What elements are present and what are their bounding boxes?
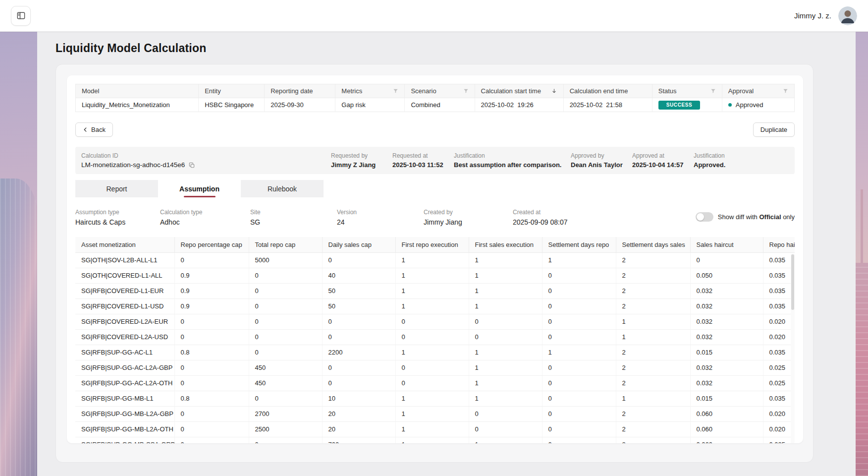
tab-report[interactable]: Report — [75, 180, 158, 197]
value-cell: 1 — [469, 391, 542, 406]
scrollbar-thumb[interactable] — [791, 254, 794, 310]
value-cell: 0.020 — [763, 314, 795, 329]
value-cell: 0.032 — [690, 329, 763, 345]
value-cell: 1 — [395, 252, 469, 268]
assumption-table-row: SG|RFB|COVERED-L1-EUR0.905011020.0320.03… — [75, 283, 795, 298]
value-cell: 1 — [469, 437, 542, 443]
filter-icon[interactable] — [710, 88, 716, 94]
col-first-sales-execution: First sales execution — [469, 237, 542, 252]
col-entity: Entity — [199, 84, 265, 98]
value-cell: 1 — [542, 345, 616, 360]
col-total-repo-cap: Total repo cap — [249, 237, 322, 252]
value-cell: 0.035 — [763, 391, 795, 406]
filter-icon[interactable] — [463, 88, 469, 94]
value-cell: 40 — [322, 268, 395, 283]
main-content: Liquidity Model Calculation Model Entity… — [37, 32, 856, 476]
calculation-info-bar: Calculation ID LM-monetization-sg-adhoc-… — [75, 147, 795, 174]
show-diff-toggle[interactable] — [696, 212, 713, 222]
value-cell: 0.032 — [690, 360, 763, 375]
value-cell: 0 — [249, 298, 322, 314]
value-cell: 0.8 — [174, 345, 249, 360]
asset-monetization-cell: SG|RFB|SUP-GG-AC-L1 — [75, 345, 174, 360]
approval-text: Approved — [736, 101, 763, 109]
approval-justification-block: Justification Approved. — [694, 152, 789, 169]
value-cell: 0.035 — [763, 268, 795, 283]
value-cell: 0.015 — [690, 345, 763, 360]
tab-bar: Report Assumption Rulebook — [75, 180, 324, 197]
value-cell: 50 — [322, 298, 395, 314]
value-cell: 1 — [395, 391, 469, 406]
value-cell: 450 — [249, 375, 322, 391]
summary-data-row: Liquidity_Metrics_Monetization HSBC Sing… — [76, 98, 795, 112]
calculation-id-value: LM-monetization-sg-adhoc-d145e6 — [81, 161, 185, 169]
value-cell: 1 — [395, 406, 469, 421]
value-cell: 0 — [174, 437, 249, 443]
assumption-table-row: SG|RFB|SUP-GG-MB-L2A-GBP027002010020.060… — [75, 406, 795, 421]
value-cell: 2 — [616, 283, 690, 298]
value-cell: 2 — [616, 437, 690, 443]
col-calc-end-time: Calculation end time — [563, 84, 652, 98]
sidebar-toggle-button[interactable] — [11, 6, 31, 26]
value-cell: 0 — [322, 314, 395, 329]
asset-monetization-cell: SG|OTH|COVERED-L1-ALL — [75, 268, 174, 283]
filter-icon[interactable] — [393, 88, 398, 94]
value-cell: 1 — [395, 268, 469, 283]
value-cell: 0 — [249, 391, 322, 406]
tab-rulebook[interactable]: Rulebook — [241, 180, 324, 197]
filter-icon[interactable] — [783, 88, 788, 94]
value-cell: 0 — [249, 329, 322, 345]
calculation-panel: Model Entity Reporting date Metrics Scen… — [55, 64, 814, 463]
calculation-id-block: Calculation ID LM-monetization-sg-adhoc-… — [81, 152, 331, 169]
request-justification-block: Justification Best assumption after comp… — [454, 152, 571, 169]
value-cell: 0 — [174, 421, 249, 437]
col-repo-haircut: Repo haircut — [763, 237, 795, 252]
value-cell: 0 — [249, 437, 322, 443]
approval-dot-icon — [728, 103, 732, 107]
value-cell: 5000 — [249, 252, 322, 268]
value-cell: 1 — [616, 314, 690, 329]
value-cell: 0 — [469, 421, 542, 437]
value-cell: 2 — [616, 406, 690, 421]
back-button[interactable]: Back — [75, 122, 113, 137]
value-cell: 0 — [395, 360, 469, 375]
value-cell: 2500 — [249, 421, 322, 437]
background-canton-tower — [855, 263, 868, 476]
value-cell: 0.9 — [174, 298, 249, 314]
tab-assumption[interactable]: Assumption — [158, 180, 241, 197]
value-cell: 0 — [174, 252, 249, 268]
value-cell: 2 — [616, 252, 690, 268]
value-cell: 2 — [616, 345, 690, 360]
col-first-repo-execution: First repo execution — [395, 237, 469, 252]
approved-at-block: Approved at 2025-10-04 14:57 — [632, 152, 694, 169]
value-cell: 1 — [616, 391, 690, 406]
assumption-header-row: Asset monetization Repo percentage cap T… — [75, 237, 795, 252]
value-cell: 0 — [174, 329, 249, 345]
value-cell: 0 — [469, 329, 542, 345]
copy-id-button[interactable] — [188, 162, 195, 169]
value-cell: 0.9 — [174, 268, 249, 283]
value-cell: 0 — [249, 268, 322, 283]
assumption-table-row: SG|RFB|SUP-GG-MB-SSA-GRP0070011020.0600.… — [75, 437, 795, 443]
value-cell: 2 — [616, 298, 690, 314]
background-building-left — [0, 178, 39, 476]
diff-toggle-label: Show diff with Official only — [718, 213, 795, 221]
calc-end-time-cell: 2025-10-02 21:58 — [563, 98, 652, 112]
value-cell: 0 — [542, 298, 616, 314]
value-cell: 0.035 — [763, 252, 795, 268]
value-cell: 2 — [616, 268, 690, 283]
value-cell: 1 — [469, 252, 542, 268]
value-cell: 0 — [249, 314, 322, 329]
value-cell: 0 — [322, 360, 395, 375]
sort-descending-icon[interactable] — [551, 88, 557, 94]
value-cell: 1 — [395, 298, 469, 314]
user-avatar[interactable] — [838, 6, 857, 25]
value-cell: 0.032 — [690, 298, 763, 314]
value-cell: 0 — [322, 252, 395, 268]
assumption-table-row: SG|OTH|SOV-L2B-ALL-L1050000111200.035 — [75, 252, 795, 268]
duplicate-button[interactable]: Duplicate — [753, 122, 795, 137]
table-vertical-scrollbar[interactable] — [791, 253, 795, 443]
assumption-table-row: SG|RFB|SUP-GG-AC-L10.80220011120.0150.03… — [75, 345, 795, 360]
col-scenario: Scenario — [405, 84, 475, 98]
assumption-table-row: SG|OTH|COVERED-L1-ALL0.904011020.0500.03… — [75, 268, 795, 283]
calculation-card: Model Entity Reporting date Metrics Scen… — [67, 75, 803, 443]
